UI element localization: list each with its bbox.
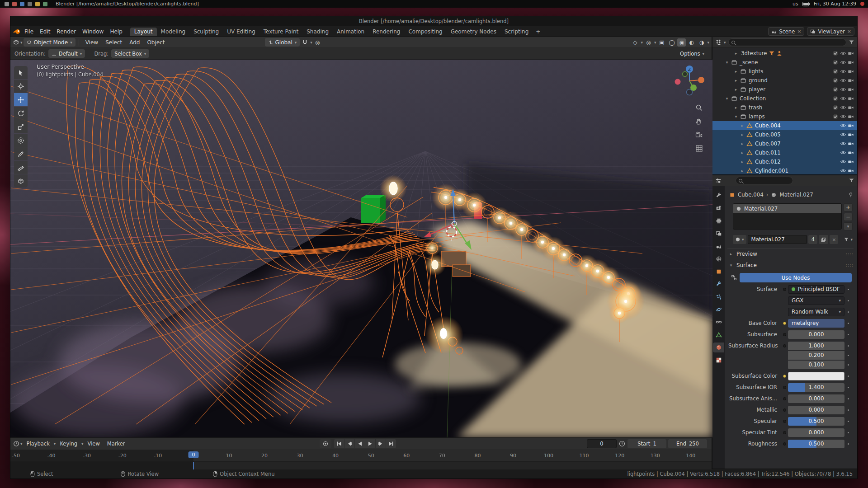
- pin-icon[interactable]: [848, 192, 854, 197]
- subsurface-ior-slider[interactable]: 1.400: [788, 383, 844, 392]
- animate-dot-icon[interactable]: [848, 375, 849, 377]
- filter-icon[interactable]: [849, 39, 854, 45]
- disclosure-icon[interactable]: ▸: [733, 69, 739, 74]
- specular-slider[interactable]: 0.500: [788, 417, 844, 426]
- tab-constraints[interactable]: [713, 317, 724, 327]
- jump-to-start-button[interactable]: [334, 439, 344, 448]
- checkbox-icon[interactable]: [832, 95, 839, 102]
- tab-modifiers[interactable]: [713, 279, 724, 289]
- outliner-row[interactable]: ▾ Collection: [712, 94, 857, 103]
- tab-output[interactable]: [713, 216, 724, 226]
- timeline-tick[interactable]: 90: [510, 453, 516, 459]
- workspace-tab-uv-editing[interactable]: UV Editing: [223, 28, 259, 36]
- subsurface-radius-z-field[interactable]: 0.100: [788, 361, 844, 369]
- animate-dot-icon[interactable]: [848, 409, 849, 411]
- transform-orientation-dropdown[interactable]: Global ▾: [265, 38, 300, 47]
- previous-keyframe-button[interactable]: [344, 439, 354, 448]
- preview-range-clock-icon[interactable]: [618, 440, 626, 447]
- shading-solid-icon[interactable]: ◉: [677, 38, 686, 47]
- breadcrumb-object[interactable]: Cube.004: [738, 192, 764, 198]
- breadcrumb-material[interactable]: Material.027: [779, 192, 813, 198]
- menu-object[interactable]: Object: [144, 39, 168, 46]
- axis-y-negative[interactable]: [683, 72, 688, 77]
- animate-dot-icon[interactable]: [848, 421, 849, 422]
- animate-dot-icon[interactable]: [848, 334, 849, 335]
- show-gizmo-icon[interactable]: ◇: [631, 38, 639, 47]
- notification-icon[interactable]: [860, 2, 864, 6]
- camera-icon[interactable]: [848, 122, 854, 129]
- next-keyframe-button[interactable]: [376, 439, 386, 448]
- drag-setting-dropdown[interactable]: Select Box ▾: [111, 49, 149, 58]
- timeline-tick[interactable]: 130: [651, 453, 660, 459]
- jump-to-end-button[interactable]: [386, 439, 396, 448]
- subsurface-radius-y-field[interactable]: 0.200: [788, 351, 844, 360]
- window-title-bar[interactable]: Blender [/home/amalie/Desktop/blender/ca…: [10, 16, 857, 26]
- tab-tool[interactable]: [713, 191, 724, 201]
- tray-app-icon[interactable]: [12, 2, 17, 6]
- eye-icon[interactable]: [840, 77, 846, 84]
- tab-world[interactable]: [713, 254, 724, 264]
- checkbox-icon[interactable]: [832, 86, 839, 93]
- axis-y-positive[interactable]: [690, 84, 697, 91]
- timeline-ruler[interactable]: -50-40-30-20-101020304050607080901001101…: [10, 450, 712, 461]
- surface-panel-header[interactable]: ▾ Surface ::::: [727, 260, 854, 270]
- add-workspace-button[interactable]: +: [533, 28, 543, 35]
- filter-icon[interactable]: [849, 178, 854, 183]
- tool-rotate[interactable]: [14, 107, 28, 120]
- axis-x-positive[interactable]: [698, 77, 704, 83]
- axis-z-negative[interactable]: [687, 89, 693, 95]
- outliner-row[interactable]: ▸ Cube.012: [712, 157, 857, 166]
- eye-icon[interactable]: [840, 104, 846, 111]
- camera-icon[interactable]: [848, 150, 854, 156]
- eye-icon[interactable]: [840, 122, 846, 129]
- subsurface-radius-x-field[interactable]: 1.000: [788, 342, 844, 350]
- tab-scene[interactable]: [713, 241, 724, 251]
- timeline-tick[interactable]: 120: [615, 453, 624, 459]
- disclosure-icon[interactable]: ▸: [740, 160, 745, 164]
- disclosure-icon[interactable]: ▸: [740, 132, 745, 137]
- timeline-tick[interactable]: -30: [83, 453, 91, 459]
- tab-render[interactable]: [713, 203, 724, 213]
- animate-dot-icon[interactable]: [848, 364, 849, 366]
- tool-select-box[interactable]: [14, 66, 28, 79]
- disclosure-icon[interactable]: ▾: [733, 114, 739, 119]
- menu-select[interactable]: Select: [102, 39, 125, 46]
- close-icon[interactable]: ×: [847, 28, 851, 34]
- disclosure-icon[interactable]: ▾: [724, 60, 730, 65]
- tray-app-icon[interactable]: [5, 2, 9, 6]
- timeline-tick[interactable]: 40: [332, 453, 339, 459]
- menu-view-timeline[interactable]: View: [85, 441, 103, 447]
- xray-toggle-icon[interactable]: ▣: [657, 38, 666, 47]
- eye-icon[interactable]: [840, 68, 846, 75]
- camera-icon[interactable]: [848, 113, 854, 120]
- material-slot-list[interactable]: Material.027: [733, 203, 842, 230]
- axis-x-negative[interactable]: [675, 79, 681, 85]
- tool-scale[interactable]: [14, 120, 28, 133]
- checkbox-icon[interactable]: [832, 104, 839, 111]
- shading-rendered-icon[interactable]: ◑: [697, 38, 706, 47]
- overlays-icon[interactable]: ◎: [644, 38, 653, 47]
- animate-dot-icon[interactable]: [848, 387, 849, 388]
- camera-icon[interactable]: [848, 77, 854, 84]
- camera-icon[interactable]: [848, 141, 854, 147]
- menu-marker[interactable]: Marker: [104, 441, 128, 447]
- chevron-down-icon[interactable]: ▾: [707, 40, 709, 45]
- base-color-link-field[interactable]: metalgrey: [788, 319, 844, 328]
- workspace-tab-sculpting[interactable]: Sculpting: [189, 28, 223, 36]
- preview-panel-header[interactable]: ▸ Preview ::::: [727, 249, 854, 258]
- checkbox-icon[interactable]: [832, 77, 839, 84]
- material-users-count[interactable]: 4: [808, 235, 817, 244]
- add-slot-button[interactable]: +: [844, 203, 853, 211]
- eye-icon[interactable]: [840, 141, 846, 147]
- use-nodes-button[interactable]: Use Nodes: [740, 273, 852, 282]
- 3d-viewport[interactable]: User Perspective (0) lightpoints | Cube.…: [10, 60, 712, 437]
- camera-icon[interactable]: [848, 68, 854, 75]
- checkbox-icon[interactable]: [832, 68, 839, 75]
- material-name-field[interactable]: Material.027: [748, 235, 807, 244]
- roughness-slider[interactable]: 0.500: [788, 440, 844, 448]
- view-layer-selector[interactable]: ViewLayer ×: [807, 27, 854, 36]
- tab-texture[interactable]: [713, 355, 724, 365]
- tab-object[interactable]: [713, 267, 724, 277]
- outliner-row[interactable]: ▸ Cube.005: [712, 130, 857, 139]
- outliner-row[interactable]: ▸ 3dtexture: [712, 49, 857, 58]
